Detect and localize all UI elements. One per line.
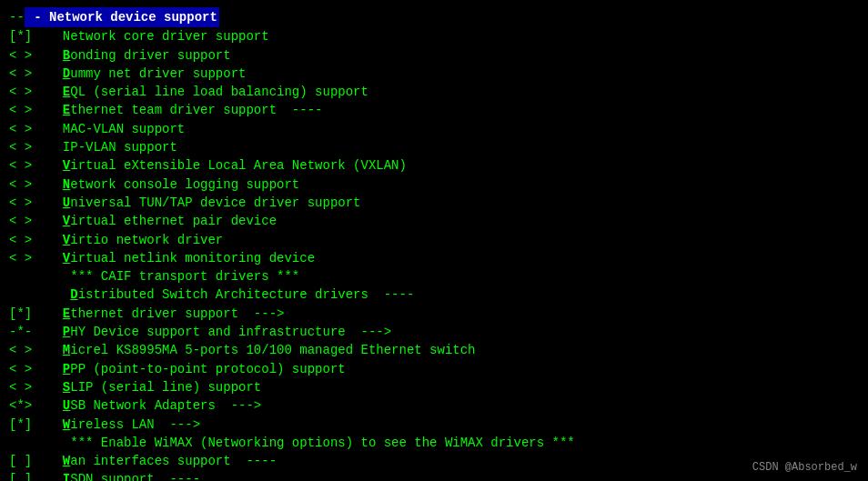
- list-item: < > Micrel KS8995MA 5-ports 10/100 manag…: [9, 341, 859, 359]
- list-item: < > EQL (serial line load balancing) sup…: [9, 83, 859, 101]
- prefix: [ ]: [9, 470, 32, 481]
- item-text: *** Enable WiMAX (Networking options) to…: [70, 434, 575, 452]
- item-text: LIP (serial line) support: [70, 378, 261, 396]
- item-text: ireless LAN --->: [70, 416, 200, 434]
- prefix: [9, 434, 32, 452]
- bold-letter: U: [63, 194, 70, 212]
- list-item: < > PPP (point-to-point protocol) suppor…: [9, 360, 859, 378]
- bold-letter: E: [63, 305, 70, 323]
- prefix: < >: [9, 156, 32, 175]
- terminal-content: -- - Network device support [*] Network …: [9, 7, 859, 481]
- bold-letter: V: [63, 231, 70, 249]
- prefix: < >: [9, 341, 32, 359]
- item-text: PP (point-to-point protocol) support: [70, 360, 345, 378]
- prefix: < >: [9, 378, 32, 396]
- item-text: an interfaces support ----: [70, 452, 277, 470]
- list-item: < > Virtual ethernet pair device: [9, 212, 859, 230]
- bold-letter: P: [63, 360, 70, 378]
- bold-letter: W: [63, 452, 70, 470]
- list-item: [ ] ISDN support ----: [9, 470, 859, 481]
- prefix: < >: [9, 101, 32, 119]
- list-item: < > SLIP (serial line) support: [9, 378, 859, 396]
- list-item: *** Enable WiMAX (Networking options) to…: [9, 434, 859, 452]
- bold-letter: N: [63, 175, 70, 194]
- header-text: - Network device support: [25, 7, 219, 27]
- prefix: < >: [9, 138, 32, 156]
- item-text: SDN support ----: [70, 470, 200, 481]
- item-text: IP-VLAN support: [63, 138, 177, 156]
- item-text: onding driver support: [70, 46, 230, 65]
- bold-letter: S: [63, 378, 70, 396]
- list-item: < > Universal TUN/TAP device driver supp…: [9, 194, 859, 212]
- list-item: < > Virtual eXtensible Local Area Networ…: [9, 156, 859, 175]
- list-item: [ ] Wan interfaces support ----: [9, 452, 859, 470]
- list-item: < > Ethernet team driver support ----: [9, 101, 859, 119]
- terminal-window: -- - Network device support [*] Network …: [0, 0, 868, 481]
- list-item: <*> USB Network Adapters --->: [9, 396, 859, 415]
- list-item: < > Virtual netlink monitoring device: [9, 249, 859, 267]
- item-text: Network core driver support: [63, 27, 269, 45]
- header-line: -- - Network device support: [9, 7, 859, 27]
- prefix: [9, 267, 32, 286]
- header-prefix: --: [9, 8, 25, 26]
- bold-letter: D: [70, 286, 77, 304]
- list-item: < > IP-VLAN support: [9, 138, 859, 156]
- list-item: < > Virtio network driver: [9, 231, 859, 249]
- item-text: irtual ethernet pair device: [70, 212, 277, 230]
- bold-letter: W: [63, 416, 70, 434]
- bold-letter: U: [63, 396, 70, 415]
- prefix: < >: [9, 65, 32, 83]
- list-item: < > Bonding driver support: [9, 46, 859, 65]
- item-text: HY Device support and infrastructure ---…: [70, 323, 391, 341]
- list-item: < > MAC-VLAN support: [9, 120, 859, 138]
- prefix: < >: [9, 120, 32, 138]
- item-text: *** CAIF transport drivers ***: [70, 267, 299, 286]
- prefix: [ ]: [9, 452, 32, 470]
- bold-letter: E: [63, 83, 70, 101]
- item-text: irtio network driver: [70, 231, 223, 249]
- prefix: < >: [9, 249, 32, 267]
- bold-letter: E: [63, 101, 70, 119]
- prefix: < >: [9, 212, 32, 230]
- prefix: < >: [9, 46, 32, 65]
- prefix: <*>: [9, 396, 32, 415]
- item-text: irtual netlink monitoring device: [70, 249, 315, 267]
- list-item: [*] Network core driver support: [9, 27, 859, 45]
- bold-letter: V: [63, 212, 70, 230]
- prefix: < >: [9, 83, 32, 101]
- list-item: Distributed Switch Architecture drivers …: [9, 286, 859, 304]
- list-item: [*] Wireless LAN --->: [9, 416, 859, 434]
- item-text: thernet driver support --->: [70, 305, 284, 323]
- prefix: [9, 286, 32, 304]
- bold-letter: B: [63, 46, 70, 65]
- item-text: niversal TUN/TAP device driver support: [70, 194, 360, 212]
- item-text: istributed Switch Architecture drivers -…: [78, 286, 415, 304]
- list-item: < > Dummy net driver support: [9, 65, 859, 83]
- bold-letter: M: [63, 341, 70, 359]
- bold-letter: V: [63, 156, 70, 175]
- item-text: SB Network Adapters --->: [70, 396, 261, 415]
- item-text: etwork console logging support: [70, 175, 299, 194]
- prefix: [*]: [9, 416, 32, 434]
- prefix: -*-: [9, 323, 32, 341]
- watermark: CSDN @Absorbed_w: [752, 461, 857, 474]
- prefix: [*]: [9, 305, 32, 323]
- prefix: < >: [9, 231, 32, 249]
- list-item: < > Network console logging support: [9, 175, 859, 194]
- bold-letter: V: [63, 249, 70, 267]
- bold-letter: P: [63, 323, 70, 341]
- list-item: -*- PHY Device support and infrastructur…: [9, 323, 859, 341]
- item-text: irtual eXtensible Local Area Network (VX…: [70, 156, 407, 175]
- item-text: icrel KS8995MA 5-ports 10/100 managed Et…: [70, 341, 475, 359]
- list-item: *** CAIF transport drivers ***: [9, 267, 859, 286]
- item-text: ummy net driver support: [70, 65, 246, 83]
- item-text: MAC-VLAN support: [63, 120, 185, 138]
- prefix: < >: [9, 194, 32, 212]
- item-text: QL (serial line load balancing) support: [70, 83, 368, 101]
- bold-letter: D: [63, 65, 70, 83]
- list-item: [*] Ethernet driver support --->: [9, 305, 859, 323]
- bold-letter: I: [63, 470, 70, 481]
- prefix: < >: [9, 175, 32, 194]
- item-text: thernet team driver support ----: [70, 101, 322, 119]
- prefix: [*]: [9, 27, 32, 45]
